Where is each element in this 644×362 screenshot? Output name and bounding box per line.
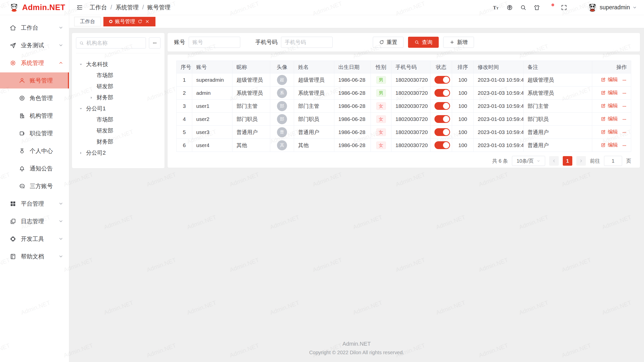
tree-node[interactable]: 研发部 [76,125,160,136]
app-logo[interactable]: Admin.NET [0,0,69,15]
sidebar-item-org-management[interactable]: 机构管理 [0,108,69,124]
status-toggle[interactable] [434,76,450,84]
topbar: 工作台/系统管理/账号管理 superadmin [69,0,644,15]
sidebar-item-platform-management[interactable]: 平台管理 [0,196,69,212]
sidebar-item-business-test[interactable]: 业务测试 [0,37,69,53]
edit-icon [601,103,606,108]
sidebar-item-role-management[interactable]: 角色管理 [0,90,69,106]
column-header: 状态 [430,61,452,73]
cell-gender: 女 [371,100,391,113]
user-menu[interactable]: superadmin [588,3,637,12]
notification-button[interactable] [545,2,556,13]
row-more-button[interactable] [622,130,627,135]
edit-button[interactable]: 编辑 [601,142,618,148]
add-button[interactable]: 新增 [443,37,474,48]
active-tab-dot [109,20,112,23]
tree-node-label: 研发部 [97,83,113,90]
row-more-button[interactable] [622,91,627,96]
font-size-button[interactable] [491,2,502,13]
tree-node[interactable]: 财务部 [76,92,160,103]
cell-phone: 18020030720 [391,139,430,152]
prev-page-button[interactable] [549,156,559,166]
tree-node[interactable]: 分公司2 [76,147,160,158]
panda-icon [588,3,597,12]
theme-icon [534,4,540,11]
edit-button[interactable]: 编辑 [601,115,618,122]
medal-icon [19,148,25,154]
search-button[interactable] [518,2,529,13]
goto-label: 前往 [590,158,600,164]
query-button[interactable]: 查询 [408,37,439,48]
tree-node[interactable]: 市场部 [76,114,160,125]
breadcrumb-item[interactable]: 系统管理 [115,4,139,11]
chevron-right-icon [579,159,583,163]
status-toggle[interactable] [434,141,450,149]
gender-badge: 女 [376,142,386,149]
tree-node[interactable]: 研发部 [76,81,160,92]
cell-account: user2 [192,113,232,126]
edit-button[interactable]: 编辑 [601,76,618,83]
page-size-select[interactable]: 10条/页 [512,156,545,166]
sidebar-item-position-management[interactable]: 职位管理 [0,125,69,141]
tree-node[interactable]: 分公司1 [76,103,160,114]
page-unit-label: 页 [626,158,631,164]
caret-down-icon[interactable] [77,63,84,66]
tree-more-button[interactable] [149,37,160,49]
sidebar-item-account-management[interactable]: 账号管理 [0,72,69,88]
caret-down-icon[interactable] [77,107,84,111]
more-icon [622,91,627,96]
caret-right-icon[interactable] [88,96,95,100]
collapse-sidebar-button[interactable] [76,4,83,11]
tab-item[interactable]: 工作台 [74,17,101,26]
sidebar-item-system-management[interactable]: 系统管理 [0,55,69,71]
sidebar-item-dev-tools[interactable]: 开发工具 [0,231,69,247]
tree-node-label: 财务部 [97,138,113,146]
row-more-button[interactable] [622,117,627,122]
row-more-button[interactable] [622,143,627,149]
next-page-button[interactable] [576,156,586,166]
row-more-button[interactable] [622,104,627,109]
breadcrumb-item[interactable]: 账号管理 [147,4,171,11]
org-search-input[interactable] [87,40,143,46]
cell-nickname: 部门职员 [232,113,270,126]
fullscreen-button[interactable] [558,2,570,13]
edit-icon [601,77,606,82]
theme-button[interactable] [531,2,542,13]
chevron-left-icon [552,159,556,163]
chevron-down-icon [58,43,63,48]
reset-button[interactable]: 重置 [373,37,404,48]
status-toggle[interactable] [434,115,450,123]
cell-account: superadmin [192,73,232,86]
cell-modified-time: 2023-01-03 10:59:44 [474,100,524,113]
account-input[interactable] [189,37,240,48]
column-header: 修改时间 [474,61,524,73]
row-more-button[interactable] [622,78,627,83]
sidebar-item-log-management[interactable]: 日志管理 [0,213,69,229]
cell-order: 100 [452,126,474,139]
account-label: 账号 [174,38,185,46]
caret-right-icon[interactable] [77,151,84,155]
language-button[interactable] [504,2,515,13]
sidebar-item-third-party-account[interactable]: 三方账号 [0,178,69,194]
edit-button[interactable]: 编辑 [601,89,618,96]
sidebar-item-help-docs[interactable]: 帮助文档 [0,248,69,264]
sidebar-item-workbench[interactable]: 工作台 [0,20,69,36]
status-toggle[interactable] [434,128,450,136]
tree-node[interactable]: 财务部 [76,136,160,147]
footer-app-name: Admin.NET [69,341,644,347]
tab-active[interactable]: 账号管理 [103,17,155,26]
status-toggle[interactable] [434,102,450,110]
edit-button[interactable]: 编辑 [601,128,618,135]
phone-input[interactable] [281,37,333,48]
profile-button[interactable] [572,2,583,13]
tree-node[interactable]: 大名科技 [76,59,160,70]
close-icon [145,19,150,24]
goto-page-input[interactable] [604,156,622,166]
tree-node[interactable]: 市场部 [76,70,160,81]
edit-button[interactable]: 编辑 [601,102,618,109]
status-toggle[interactable] [434,89,450,97]
breadcrumb-item[interactable]: 工作台 [90,4,107,11]
sidebar-item-notice-announcement[interactable]: 通知公告 [0,160,69,176]
page-1-button[interactable]: 1 [563,156,572,166]
sidebar-item-personal-center[interactable]: 个人中心 [0,143,69,159]
